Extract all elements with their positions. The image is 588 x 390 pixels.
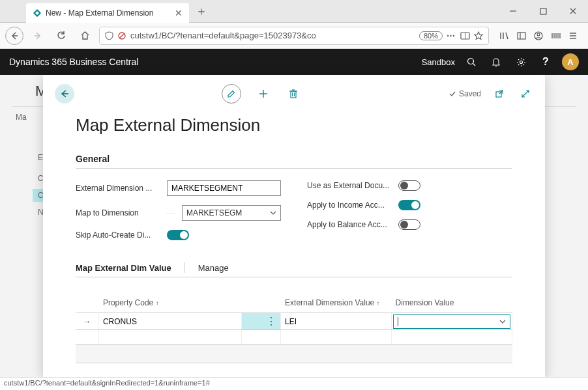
col-header-property-code[interactable]: Property Code ↑ (99, 296, 242, 310)
new-tab-button[interactable]: ＋ (196, 3, 207, 19)
new-button[interactable] (256, 89, 271, 99)
label-map-to-dimension: Map to Dimension (76, 208, 160, 217)
home-button[interactable] (76, 27, 94, 45)
section-general-header[interactable]: General (76, 154, 512, 169)
svg-line-12 (506, 33, 508, 39)
url-text: cutstw1/BC/?tenant=default&page=15023973… (130, 31, 415, 40)
label-apply-income: Apply to Income Acc... (307, 201, 392, 210)
delete-button[interactable] (286, 89, 301, 99)
svg-rect-13 (518, 33, 525, 39)
toggle-apply-income[interactable] (398, 200, 420, 210)
table-footer (76, 345, 512, 363)
label-external-dimension: External Dimension ... (76, 184, 160, 193)
table-row[interactable]: → CRONUS ⋮ LEI (76, 313, 512, 329)
select-map-to-dimension[interactable]: MARKETSEGM (182, 205, 281, 221)
table-header: Property Code ↑ External Dimension Value… (76, 296, 512, 313)
label-apply-balance: Apply to Balance Acc... (307, 220, 392, 229)
minimize-button[interactable] (498, 0, 528, 23)
url-bar[interactable]: cutstw1/BC/?tenant=default&page=15023973… (99, 27, 489, 45)
card-top-bar: Saved (55, 84, 533, 104)
record-card: Saved Map External Dimension General Ext… (43, 75, 545, 377)
back-button[interactable] (55, 84, 74, 104)
row-menu-button[interactable]: ⋮ (242, 313, 281, 329)
environment-badge: Sandbox (422, 57, 455, 67)
search-icon[interactable] (463, 57, 480, 67)
input-external-dimension[interactable] (167, 180, 281, 196)
label-skip-auto-create: Skip Auto-Create Di... (76, 230, 160, 240)
browser-nav-bar: cutstw1/BC/?tenant=default&page=15023973… (0, 23, 588, 49)
help-icon[interactable]: ? (537, 56, 554, 68)
chevron-down-icon (499, 319, 506, 324)
bg-label: E (38, 153, 43, 162)
manage-action[interactable]: Manage (198, 263, 229, 273)
svg-point-16 (537, 33, 540, 36)
toggle-apply-balance[interactable] (398, 219, 420, 230)
col-header-dimension-value[interactable]: Dimension Value (392, 296, 512, 310)
svg-line-26 (473, 63, 475, 66)
browser-tab[interactable]: New - Map External Dimension ✕ (26, 3, 189, 23)
maximize-button[interactable] (528, 0, 558, 23)
svg-point-28 (520, 61, 522, 63)
cell-property-code[interactable]: CRONUS (99, 313, 242, 329)
bg-label: Ma (16, 113, 27, 122)
tracking-icon (117, 31, 126, 40)
browser-toolbar-icons (494, 31, 583, 40)
page-title: Map External Dimension (76, 115, 512, 135)
subpage-header: Map External Dim Value Manage (76, 262, 512, 277)
window-controls (498, 0, 588, 23)
menu-icon[interactable] (568, 31, 578, 40)
toggle-use-external-docu[interactable] (398, 180, 420, 191)
edit-button[interactable] (222, 84, 241, 104)
row-selector-icon[interactable]: → (76, 313, 99, 329)
tab-favicon-icon (33, 8, 42, 18)
nav-forward-button[interactable] (29, 27, 47, 45)
avatar[interactable]: A (562, 53, 579, 70)
notifications-icon[interactable] (488, 57, 505, 67)
assist-dots-icon: ···· (167, 210, 175, 216)
saved-status: Saved (448, 89, 481, 98)
lines-table: Property Code ↑ External Dimension Value… (76, 296, 512, 363)
toggle-skip-auto-create[interactable] (167, 230, 189, 240)
zoom-level[interactable]: 80% (419, 31, 443, 40)
table-row-empty[interactable] (76, 329, 512, 345)
reader-icon[interactable] (460, 31, 470, 40)
bookmark-icon[interactable] (474, 31, 483, 40)
app-header: Dynamics 365 Business Central Sandbox ? … (0, 49, 588, 75)
reload-button[interactable] (52, 27, 70, 45)
url-more-icon[interactable]: ⋯ (447, 31, 456, 40)
app-brand: Dynamics 365 Business Central (9, 57, 138, 67)
svg-line-7 (119, 33, 125, 38)
chevron-down-icon (270, 210, 276, 216)
nav-back-button[interactable] (5, 27, 23, 45)
sidebar-icon[interactable] (517, 31, 526, 40)
subpage-title: Map External Dim Value (76, 263, 171, 273)
sort-asc-icon: ↑ (377, 299, 380, 307)
form-grid: External Dimension ... Map to Dimension … (76, 180, 512, 240)
settings-icon[interactable] (512, 57, 529, 67)
cell-external-value[interactable]: LEI (281, 313, 391, 329)
col-header-external-value[interactable]: External Dimension Value ↑ (281, 296, 391, 310)
library-icon[interactable] (499, 31, 509, 40)
svg-rect-32 (291, 91, 296, 98)
close-tab-icon[interactable]: ✕ (175, 8, 183, 18)
close-window-button[interactable] (558, 0, 588, 23)
popout-icon[interactable] (492, 89, 507, 98)
account-icon[interactable] (534, 31, 543, 40)
sort-asc-icon: ↑ (156, 299, 159, 307)
expand-icon[interactable] (518, 89, 533, 98)
shield-icon (105, 31, 113, 40)
extensions-icon[interactable] (551, 31, 561, 40)
browser-status-bar: cutstw1/BC/?tenant=default&signInRedirec… (0, 377, 588, 390)
browser-tab-bar: New - Map External Dimension ✕ ＋ (0, 0, 588, 23)
svg-point-25 (467, 58, 473, 64)
cell-dimension-value-dropdown[interactable] (393, 314, 510, 329)
label-use-external-docu: Use as External Docu... (307, 181, 392, 190)
svg-rect-1 (540, 8, 546, 14)
tab-title: New - Map External Dimension (46, 8, 153, 18)
